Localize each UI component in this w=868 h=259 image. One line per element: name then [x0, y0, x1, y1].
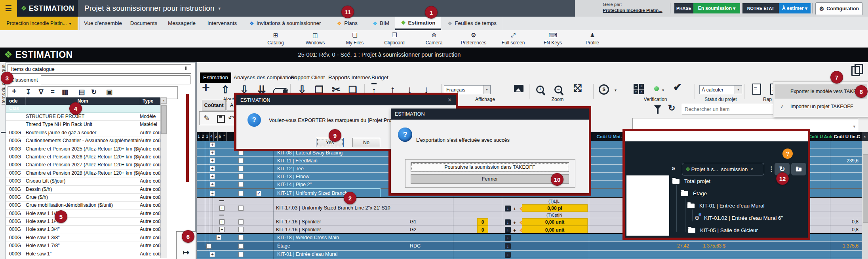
- menu-rapport-client[interactable]: Rapport Client: [287, 72, 328, 83]
- catalog-row[interactable]: 000GHole saw 1 3/4"Autre coû: [6, 226, 160, 234]
- download-marker-icon[interactable]: [505, 206, 511, 211]
- quantity-cell[interactable]: 0,00 unit: [522, 218, 588, 226]
- managed-by-link[interactable]: Protection Incendie Platin...: [603, 8, 662, 13]
- catalog-row[interactable]: 000GGrue ($/h)Autre coû: [6, 194, 160, 202]
- catalog-row[interactable]: 000GChambre et Pension 2028 (Allez-Retou…: [6, 169, 160, 177]
- row-checkbox[interactable]: [238, 219, 244, 225]
- expand-icon[interactable]: [210, 174, 215, 179]
- expand-icon[interactable]: [210, 142, 215, 147]
- column-code-class[interactable]: ode Clas: [6, 97, 26, 105]
- validate-icon[interactable]: [673, 81, 682, 93]
- close-icon[interactable]: [447, 95, 452, 105]
- no-button[interactable]: No: [352, 138, 380, 147]
- row-checkbox[interactable]: [238, 158, 244, 163]
- download-marker-icon[interactable]: [505, 235, 511, 241]
- filter-funnel-icon[interactable]: [654, 105, 661, 110]
- expand-icon[interactable]: [210, 150, 215, 155]
- menu-rapports-internes[interactable]: Rapports Internes: [325, 72, 374, 83]
- catalog-row[interactable]: STRUCTURE DE PROJETModèle: [6, 113, 160, 121]
- column-type[interactable]: Type: [140, 97, 161, 105]
- zoom-in-icon[interactable]: +: [536, 86, 544, 93]
- quantity-cell[interactable]: 0,00 pi: [522, 204, 588, 212]
- scrollbar-thumb[interactable]: [161, 105, 167, 134]
- tab-messagerie[interactable]: Messagerie: [162, 17, 202, 30]
- download-marker-icon[interactable]: [505, 219, 511, 225]
- refresh-icon[interactable]: [91, 88, 97, 96]
- table-row[interactable]: KIT-01 | Entrée d'eau Mural: [197, 251, 862, 258]
- arrow-to-bar-icon[interactable]: [177, 248, 196, 257]
- refresh-icon[interactable]: [668, 103, 675, 113]
- quantity-cell[interactable]: 0,00 unit: [522, 226, 588, 234]
- fn-keys-button[interactable]: FN Keys: [533, 32, 573, 46]
- clipboard-button[interactable]: Clipboard: [375, 32, 414, 46]
- kebab-menu-icon[interactable]: [768, 165, 775, 173]
- hamburger-menu-icon[interactable]: [0, 0, 17, 17]
- catalog-row[interactable]: 000GCautionnements Chantier - Assurance …: [6, 137, 160, 145]
- column-nom[interactable]: Nom: [26, 97, 140, 105]
- catalog-row[interactable]: 000GHole saw 1 1/2"Autre coû: [6, 210, 160, 218]
- chevron-down-icon[interactable]: [662, 88, 664, 92]
- tab-estimation[interactable]: Estimation: [395, 17, 442, 30]
- report-document-icon[interactable]: [752, 84, 761, 95]
- level-column-header[interactable]: 1: [197, 132, 201, 141]
- full-screen-button[interactable]: Full screen: [493, 32, 533, 46]
- level-column-header[interactable]: 6: [218, 132, 223, 141]
- tab-plans[interactable]: Plans: [328, 17, 367, 30]
- tree-node-kit05[interactable]: KIT-05 | Salle de Gicleur: [700, 227, 758, 233]
- tab-invitations[interactable]: Invitations à soumissionner: [242, 17, 328, 30]
- download-marker-icon[interactable]: [505, 227, 511, 233]
- row-checkbox[interactable]: [238, 174, 244, 179]
- tab-feuilles-de-temps[interactable]: Feuilles de temps: [441, 17, 503, 30]
- configuration-button[interactable]: Configuration: [815, 2, 863, 15]
- chart-icon[interactable]: [62, 88, 68, 96]
- tab-intervenants[interactable]: Intervenants: [202, 17, 243, 30]
- save-icon[interactable]: [217, 115, 225, 123]
- column-cout-u-fing[interactable]: Coût U fin.G: [833, 132, 861, 141]
- preferences-button[interactable]: Preferences: [454, 32, 493, 46]
- row-checkbox[interactable]: [238, 235, 244, 240]
- catalog-scrollbar[interactable]: ▲: [160, 97, 167, 258]
- pin-icon[interactable]: [184, 67, 188, 71]
- catalog-row[interactable]: Thrend Type NH Pin Rack UnitMatériel: [6, 121, 160, 129]
- profile-button[interactable]: Profile: [573, 32, 612, 46]
- tree-node-kit0102[interactable]: KIT-01.02 | Entrée d'eau Mural 6": [704, 215, 783, 221]
- edit-pencil-icon[interactable]: [204, 114, 210, 123]
- expand-icon[interactable]: [219, 219, 225, 225]
- row-checkbox[interactable]: [238, 206, 244, 211]
- add-item-icon[interactable]: [202, 81, 210, 95]
- move-up-level-icon[interactable]: [221, 83, 230, 96]
- catalog-row[interactable]: 000GCiseau Lift ($/jour)Autre coû: [6, 177, 160, 185]
- filter-icon[interactable]: [39, 88, 43, 96]
- project-selector-pill[interactable]: Projet à s... soumission ˅: [682, 163, 764, 175]
- classement-input[interactable]: [41, 75, 190, 84]
- catalog-row[interactable]: 000GGrue mobilisation-démobilisation ($/…: [6, 202, 160, 209]
- expand-icon[interactable]: [219, 227, 225, 232]
- column-cout-u-autre[interactable]: Coût U Autre: [809, 132, 832, 141]
- menu-item-export-takeoff[interactable]: Exporter le modèle vers TAKEOFF: [775, 84, 867, 99]
- level-column-header[interactable]: 5: [214, 132, 218, 141]
- level-column-header[interactable]: *: [222, 132, 227, 141]
- catalog-row[interactable]: 000GChambre et Pension 2027 (Allez-Retou…: [6, 161, 160, 169]
- floor-row[interactable]: Étage RDC 27,42 1 375,63 $ 1 375,6: [197, 242, 862, 251]
- catalog-row[interactable]: 000GDessin ($/h)Autre coû: [6, 186, 160, 194]
- scroll-up-icon[interactable]: ▲: [161, 97, 167, 104]
- download-marker-icon[interactable]: [505, 252, 511, 258]
- download-marker-icon[interactable]: [505, 243, 511, 249]
- tree-node-total-projet[interactable]: Total projet: [684, 178, 710, 184]
- verification-grid-icon[interactable]: −≡+×: [634, 84, 644, 94]
- expand-icon[interactable]: [216, 235, 221, 240]
- catalog-row[interactable]: 000GHole saw 1 1/4"Autre coû: [6, 218, 160, 226]
- import-icon[interactable]: [25, 88, 31, 96]
- expand-icon[interactable]: [219, 206, 225, 211]
- tab-coutant[interactable]: Coûtant: [202, 100, 226, 110]
- menu-item-import-takeoff[interactable]: Importer un projet TAKEOFF: [775, 99, 867, 114]
- expand-icon[interactable]: [210, 252, 215, 257]
- add-folder-button[interactable]: [791, 163, 806, 175]
- printer-icon[interactable]: [78, 88, 85, 96]
- row-checkbox[interactable]: [238, 227, 244, 232]
- count-cell[interactable]: 0: [477, 218, 488, 226]
- continue-takeoff-button[interactable]: Poursuivre la soumission dans TAKEOFF: [411, 162, 569, 172]
- zoom-out-icon[interactable]: −: [554, 86, 562, 93]
- catalog-filter-row[interactable]: [6, 105, 160, 113]
- add-icon[interactable]: [12, 87, 17, 96]
